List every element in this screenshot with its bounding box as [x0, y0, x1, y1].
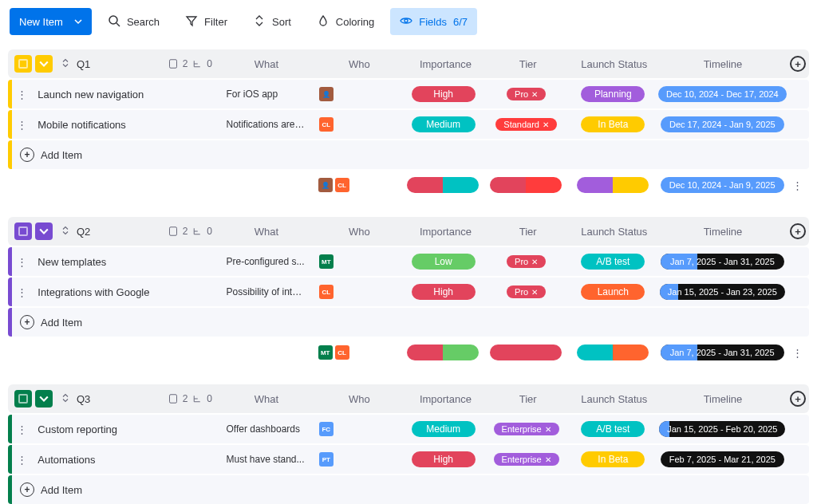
add-item-row[interactable]: +Add Item: [8, 308, 809, 337]
col-what[interactable]: What: [219, 58, 314, 70]
tier-cell[interactable]: Pro✕: [485, 285, 568, 298]
timeline-cell[interactable]: Dec 17, 2024 - Jan 9, 2025: [658, 116, 787, 132]
who-cell[interactable]: FC: [311, 422, 402, 436]
what-cell[interactable]: Must have stand...: [219, 454, 310, 465]
item-name[interactable]: New templates: [31, 256, 219, 268]
what-cell[interactable]: Notifications are ...: [219, 119, 310, 130]
what-cell[interactable]: For iOS app: [219, 89, 310, 100]
close-icon[interactable]: ✕: [531, 258, 538, 266]
add-column-button[interactable]: +: [787, 391, 809, 407]
close-icon[interactable]: ✕: [545, 425, 551, 434]
timeline-cell[interactable]: Jan 7, 2025 - Jan 31, 2025: [658, 254, 787, 270]
drag-handle[interactable]: ⋮: [12, 286, 32, 298]
who-cell[interactable]: 👤: [311, 87, 402, 101]
timeline-pill[interactable]: Jan 15, 2025 - Feb 20, 2025: [659, 421, 785, 437]
col-importance[interactable]: Importance: [405, 226, 487, 238]
col-tier[interactable]: Tier: [487, 393, 569, 405]
importance-cell[interactable]: High: [402, 284, 485, 300]
more-menu[interactable]: ⋮: [787, 179, 809, 191]
close-icon[interactable]: ✕: [543, 120, 549, 129]
group-title[interactable]: Q1: [77, 58, 168, 70]
drag-handle[interactable]: ⋮: [12, 454, 32, 466]
filter-button[interactable]: Filter: [176, 8, 237, 35]
what-cell[interactable]: Possibility of inte...: [219, 286, 310, 297]
col-who[interactable]: Who: [314, 393, 405, 405]
group-checkbox[interactable]: [14, 55, 32, 73]
sort-icon[interactable]: [61, 226, 70, 238]
table-row[interactable]: ⋮ New templates Pre-configured s... MT L…: [8, 247, 809, 276]
launch-cell[interactable]: Planning: [568, 86, 658, 102]
launch-cell[interactable]: A/B test: [568, 421, 658, 437]
group-collapse-button[interactable]: [35, 222, 53, 240]
tier-cell[interactable]: Standard✕: [485, 118, 568, 131]
timeline-pill[interactable]: Feb 7, 2025 - Mar 21, 2025: [661, 451, 784, 467]
who-cell[interactable]: CL: [311, 285, 402, 299]
who-cell[interactable]: CL: [311, 117, 402, 132]
col-what[interactable]: What: [219, 226, 314, 238]
importance-cell[interactable]: High: [402, 451, 485, 467]
col-importance[interactable]: Importance: [405, 393, 487, 405]
importance-cell[interactable]: Medium: [402, 116, 485, 132]
importance-cell[interactable]: High: [402, 86, 485, 102]
close-icon[interactable]: ✕: [545, 455, 551, 464]
group-title[interactable]: Q2: [77, 226, 168, 238]
timeline-cell[interactable]: Jan 15, 2025 - Feb 20, 2025: [658, 421, 787, 437]
col-tier[interactable]: Tier: [487, 226, 569, 238]
tier-cell[interactable]: Pro✕: [485, 88, 568, 100]
importance-cell[interactable]: Medium: [402, 421, 485, 437]
timeline-cell[interactable]: Feb 7, 2025 - Mar 21, 2025: [658, 451, 787, 467]
close-icon[interactable]: ✕: [531, 288, 538, 297]
sort-icon[interactable]: [61, 58, 70, 70]
add-item-row[interactable]: +Add Item: [8, 140, 809, 169]
col-what[interactable]: What: [219, 393, 314, 405]
table-row[interactable]: ⋮ Mobile notifications Notifications are…: [8, 110, 809, 139]
timeline-pill[interactable]: Dec 10, 2024 - Jan 9, 2025: [661, 177, 784, 193]
table-row[interactable]: ⋮ Automations Must have stand... PT High…: [8, 445, 809, 474]
fields-button[interactable]: Fields 6/7: [390, 8, 477, 35]
what-cell[interactable]: Offer dashboards: [219, 423, 310, 435]
drag-handle[interactable]: ⋮: [12, 256, 32, 268]
item-name[interactable]: Mobile notifications: [31, 119, 219, 131]
drag-handle[interactable]: ⋮: [12, 119, 32, 131]
sort-button[interactable]: Sort: [243, 8, 301, 35]
col-importance[interactable]: Importance: [405, 58, 487, 70]
col-tier[interactable]: Tier: [487, 58, 569, 70]
timeline-cell[interactable]: Dec 10, 2024 - Dec 17, 2024: [658, 86, 787, 102]
col-launch[interactable]: Launch Status: [569, 58, 659, 70]
item-name[interactable]: Custom reporting: [31, 423, 219, 435]
add-column-button[interactable]: +: [787, 56, 809, 72]
timeline-pill[interactable]: Jan 15, 2025 - Jan 23, 2025: [660, 284, 785, 300]
group-title[interactable]: Q3: [77, 393, 168, 405]
item-name[interactable]: Automations: [31, 454, 219, 466]
what-cell[interactable]: Pre-configured s...: [219, 256, 310, 267]
who-cell[interactable]: MT: [311, 254, 402, 269]
drag-handle[interactable]: ⋮: [12, 89, 32, 100]
add-item-row[interactable]: +Add Item: [8, 475, 809, 504]
launch-cell[interactable]: Launch: [568, 284, 658, 300]
launch-cell[interactable]: A/B test: [568, 254, 658, 270]
sort-icon[interactable]: [61, 393, 70, 405]
tier-cell[interactable]: Enterprise✕: [485, 453, 568, 466]
close-icon[interactable]: ✕: [531, 90, 538, 99]
col-who[interactable]: Who: [314, 58, 405, 70]
timeline-pill[interactable]: Dec 10, 2024 - Dec 17, 2024: [658, 86, 787, 102]
group-collapse-button[interactable]: [35, 55, 53, 73]
timeline-pill[interactable]: Jan 7, 2025 - Jan 31, 2025: [661, 345, 784, 360]
tier-cell[interactable]: Enterprise✕: [485, 423, 568, 435]
col-timeline[interactable]: Timeline: [659, 393, 787, 405]
coloring-button[interactable]: Coloring: [307, 8, 384, 35]
more-menu[interactable]: ⋮: [787, 347, 809, 359]
table-row[interactable]: ⋮ Custom reporting Offer dashboards FC M…: [8, 415, 809, 443]
launch-cell[interactable]: In Beta: [568, 116, 658, 132]
who-cell[interactable]: PT: [311, 452, 402, 467]
col-timeline[interactable]: Timeline: [659, 226, 787, 238]
group-checkbox[interactable]: [14, 390, 32, 408]
drag-handle[interactable]: ⋮: [12, 423, 32, 435]
launch-cell[interactable]: In Beta: [568, 451, 658, 467]
timeline-pill[interactable]: Dec 17, 2024 - Jan 9, 2025: [661, 116, 784, 132]
col-who[interactable]: Who: [314, 226, 405, 238]
importance-cell[interactable]: Low: [402, 254, 485, 270]
timeline-pill[interactable]: Jan 7, 2025 - Jan 31, 2025: [661, 254, 784, 270]
add-column-button[interactable]: +: [787, 223, 809, 239]
tier-cell[interactable]: Pro✕: [485, 255, 568, 268]
